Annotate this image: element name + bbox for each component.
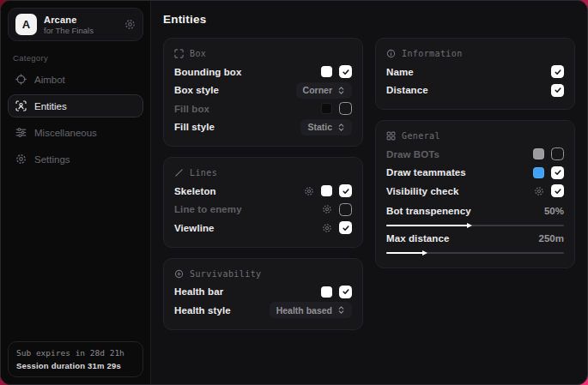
section-box: Box Bounding box Box style xyxy=(163,38,363,147)
setting-row-viewline: Viewline xyxy=(174,219,352,238)
color-swatch[interactable] xyxy=(321,66,332,77)
sidebar-item-label: Miscellaneous xyxy=(34,128,97,138)
checkbox[interactable] xyxy=(339,65,352,78)
sidebar-item-label: Aimbot xyxy=(34,75,65,85)
grid-icon xyxy=(386,131,396,141)
box-corners-icon xyxy=(174,49,184,58)
brand-text: Arcane for The Finals xyxy=(44,15,118,35)
color-swatch[interactable] xyxy=(321,103,332,114)
checkbox[interactable] xyxy=(551,65,564,78)
slider-track[interactable] xyxy=(386,252,564,254)
sidebar-nav: Aimbot Entities xyxy=(8,66,143,172)
gear-icon xyxy=(15,153,27,165)
checkbox[interactable] xyxy=(339,221,352,234)
setting-row-health-bar: Health bar xyxy=(174,283,352,302)
setting-row-distance: Distance xyxy=(386,81,564,100)
row-settings-gear-icon[interactable] xyxy=(322,223,332,233)
subscription-box: Sub expires in 28d 21h Session duration … xyxy=(8,341,143,377)
section-title: Box xyxy=(190,49,206,58)
main-content: Entities Box Bounding box xyxy=(151,1,587,384)
section-general: General Draw BOTs Draw teammates xyxy=(375,120,575,268)
health-icon xyxy=(174,269,184,279)
sidebar-item-miscellaneous[interactable]: Miscellaneous xyxy=(8,121,143,144)
checkbox[interactable] xyxy=(551,84,564,97)
checkbox[interactable] xyxy=(339,102,352,115)
setting-row-draw-teammates: Draw teammates xyxy=(386,164,564,183)
checkbox[interactable] xyxy=(339,203,352,216)
slider-thumb[interactable] xyxy=(422,250,427,256)
color-swatch[interactable] xyxy=(533,167,544,178)
section-lines: Lines Skeleton xyxy=(163,157,363,248)
setting-row-fill-style: Fill style Static xyxy=(174,118,352,137)
section-title: Lines xyxy=(190,168,217,177)
checkbox[interactable] xyxy=(551,184,564,197)
section-information: Information Name Distance xyxy=(375,38,575,110)
color-swatch[interactable] xyxy=(321,286,332,298)
app-name: Arcane xyxy=(44,15,118,25)
app-window: A Arcane for The Finals Category xyxy=(0,0,588,385)
fill-style-dropdown[interactable]: Static xyxy=(300,119,352,135)
section-title: Survivability xyxy=(190,269,261,279)
app-subtitle: for The Finals xyxy=(44,26,118,35)
app-logo: A xyxy=(15,14,37,35)
setting-row-visibility-check: Visibility check xyxy=(386,182,564,201)
updown-arrows-icon xyxy=(337,123,345,132)
diagonal-line-icon xyxy=(174,168,184,177)
setting-row-skeleton: Skeleton xyxy=(174,182,352,201)
setting-row-health-style: Health style Health based xyxy=(174,301,352,320)
sidebar-item-entities[interactable]: Entities xyxy=(8,94,143,117)
section-title: Information xyxy=(402,49,463,58)
session-duration-text: Session duration 31m 29s xyxy=(16,361,135,370)
row-settings-gear-icon[interactable] xyxy=(322,204,332,214)
setting-row-line-to-enemy: Line to enemy xyxy=(174,201,352,220)
slider-fill xyxy=(386,252,423,254)
logo-letter: A xyxy=(22,18,30,31)
slider-value: 250m xyxy=(539,233,564,244)
section-title: General xyxy=(402,131,440,141)
max-distance-slider: Max distance 250m xyxy=(386,231,564,254)
setting-row-box-style: Box style Corner xyxy=(174,81,352,100)
checkbox[interactable] xyxy=(551,166,564,179)
brand-card: A Arcane for The Finals xyxy=(8,8,143,41)
sidebar-item-label: Entities xyxy=(34,101,67,111)
row-settings-gear-icon[interactable] xyxy=(304,186,314,196)
crosshair-icon xyxy=(15,74,27,85)
sidebar-item-label: Settings xyxy=(34,154,70,165)
setting-row-fill-box: Fill box xyxy=(174,99,352,118)
sidebar-item-settings[interactable]: Settings xyxy=(8,147,143,171)
color-swatch[interactable] xyxy=(321,185,332,196)
sidebar: A Arcane for The Finals Category xyxy=(1,1,151,384)
row-settings-gear-icon[interactable] xyxy=(534,186,544,196)
health-style-dropdown[interactable]: Health based xyxy=(270,302,352,318)
settings-icon[interactable] xyxy=(124,19,136,30)
color-swatch[interactable] xyxy=(533,148,544,159)
sliders-icon xyxy=(15,127,27,138)
setting-row-name: Name xyxy=(386,63,564,81)
category-label: Category xyxy=(13,53,143,63)
setting-row-draw-bots: Draw BOTs xyxy=(386,145,564,164)
slider-fill xyxy=(386,225,468,226)
checkbox[interactable] xyxy=(339,184,352,197)
entity-scan-icon xyxy=(15,100,27,111)
slider-track[interactable] xyxy=(386,225,564,226)
updown-arrows-icon xyxy=(337,305,345,315)
bot-transparency-slider: Bot transpenency 50% xyxy=(386,203,564,226)
info-icon xyxy=(386,49,396,58)
slider-value: 50% xyxy=(544,206,564,216)
checkbox[interactable] xyxy=(339,286,352,298)
sub-expiry-text: Sub expires in 28d 21h xyxy=(16,348,135,358)
updown-arrows-icon xyxy=(337,86,345,95)
box-style-dropdown[interactable]: Corner xyxy=(296,82,352,99)
setting-row-bounding-box: Bounding box xyxy=(174,63,352,81)
sidebar-item-aimbot[interactable]: Aimbot xyxy=(8,68,143,91)
checkbox[interactable] xyxy=(551,147,564,160)
page-title: Entities xyxy=(163,13,575,26)
slider-thumb[interactable] xyxy=(467,223,472,228)
section-survivability: Survivability Health bar Health style xyxy=(163,258,363,330)
